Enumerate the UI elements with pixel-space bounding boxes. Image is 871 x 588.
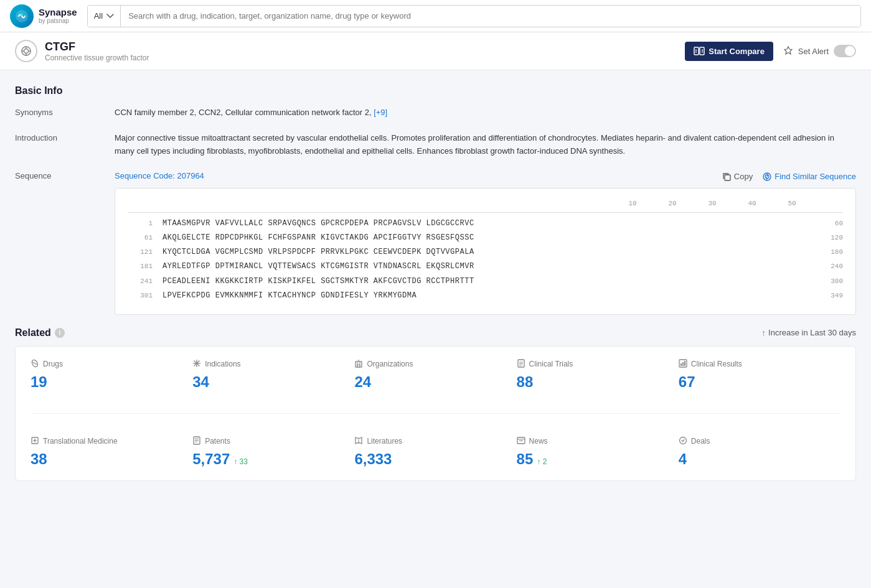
search-type-dropdown[interactable]: All: [88, 6, 121, 27]
sequence-box: 10 20 30 40 50 1 MTAASMGPVR VAFVVLLALC S…: [115, 188, 856, 315]
seq-start-num: 241: [128, 276, 153, 287]
badge-up: ↑ 33: [233, 457, 248, 466]
sequence-label: Sequence: [15, 170, 115, 315]
seq-start-num: 1: [128, 218, 153, 230]
related-header: Related i ↑ Increase in Last 30 days: [15, 327, 856, 338]
sequence-code-link[interactable]: Sequence Code: 207964: [115, 170, 204, 183]
flake-icon: [192, 359, 201, 370]
logo-area: Synapse by patsnap: [10, 4, 77, 28]
copy-icon: [722, 172, 731, 181]
related-item-count: 67: [679, 373, 695, 391]
patent-icon: [192, 436, 201, 447]
find-similar-button[interactable]: Find Similar Sequence: [763, 172, 856, 181]
related-item-header: Indications: [192, 359, 354, 370]
seq-end-num: 240: [831, 261, 843, 273]
related-item-count-area: 5,737 ↑ 33: [192, 450, 354, 468]
sequence-row-5: 301 LPVEFKCPDG EVMKKNMMFI KTCACHYNCP GDN…: [128, 290, 843, 302]
seq-data: PCEADLEENI KKGKKCIRTP KISKPIKFEL SGCTSMK…: [162, 276, 821, 287]
medicine-icon: [31, 436, 39, 447]
related-item-count-area: 38: [31, 450, 192, 468]
sequence-actions: Copy Find Similar Sequence: [722, 172, 856, 181]
related-item-label: Patents: [205, 437, 230, 446]
start-compare-button[interactable]: Start Compare: [685, 42, 773, 61]
synonyms-more-link[interactable]: [+9]: [374, 108, 387, 117]
related-item-count: 38: [31, 450, 47, 468]
related-item-literatures[interactable]: Literatures 6,333: [354, 436, 516, 468]
svg-line-16: [33, 362, 37, 365]
search-type-label: All: [94, 11, 103, 21]
seq-start-num: 121: [128, 247, 153, 258]
news-icon: [517, 436, 525, 447]
synonyms-value: CCN family member 2, CCN2, Cellular comm…: [115, 106, 856, 119]
related-card: Drugs 19 Indications 34 Organizations 24: [15, 346, 856, 481]
related-item-header: Literatures: [354, 436, 516, 447]
related-item-count-area: 24: [354, 373, 516, 391]
related-title-text: Related: [15, 327, 51, 338]
related-item-count: 24: [354, 373, 371, 391]
svg-rect-31: [680, 363, 682, 366]
related-item-deals[interactable]: Deals 4: [679, 436, 840, 468]
search-bar: All: [87, 5, 861, 27]
ruler-40: 40: [732, 198, 772, 210]
alert-icon: [783, 46, 793, 56]
related-item-header: Clinical Results: [679, 359, 840, 370]
copy-label: Copy: [734, 172, 753, 181]
sequence-content: Sequence Code: 207964 Copy: [115, 170, 856, 315]
seq-end-num: 60: [835, 218, 843, 230]
search-input[interactable]: [121, 6, 860, 27]
related-item-organizations[interactable]: Organizations 24: [354, 359, 516, 391]
find-similar-icon: [763, 172, 771, 181]
page-header: CTGF Connective tissue growth factor Sta…: [0, 32, 871, 70]
seq-start-num: 181: [128, 261, 153, 273]
alert-toggle[interactable]: [834, 45, 856, 57]
badge-up: ↑ 2: [537, 457, 547, 466]
related-item-patents[interactable]: Patents 5,737 ↑ 33: [192, 436, 354, 468]
results-icon: [679, 359, 687, 370]
related-item-label: Drugs: [43, 360, 63, 368]
increase-label-text: Increase in Last 30 days: [768, 328, 856, 337]
basic-info-title: Basic Info: [15, 85, 856, 96]
related-item-clinical-results[interactable]: Clinical Results 67: [679, 359, 840, 391]
related-item-count-area: 88: [517, 373, 679, 391]
related-item-label: Literatures: [367, 437, 402, 446]
related-item-header: Deals: [679, 436, 840, 447]
related-item-header: Drugs: [31, 359, 192, 370]
copy-button[interactable]: Copy: [722, 172, 753, 181]
seq-start-num: 301: [128, 291, 153, 302]
set-alert-area: Set Alert: [783, 45, 856, 57]
ruler-20: 20: [652, 198, 692, 210]
introduction-row: Introduction Major connective tissue mit…: [15, 132, 856, 158]
related-item-indications[interactable]: Indications 34: [192, 359, 354, 391]
related-item-clinical-trials[interactable]: Clinical Trials 88: [517, 359, 679, 391]
increase-label: ↑ Increase in Last 30 days: [761, 328, 856, 338]
set-alert-label: Set Alert: [798, 47, 829, 56]
related-item-count: 88: [517, 373, 534, 391]
related-item-news[interactable]: News 85 ↑ 2: [517, 436, 679, 468]
introduction-label: Introduction: [15, 132, 115, 158]
related-item-count-area: 85 ↑ 2: [517, 450, 679, 468]
related-info-icon[interactable]: i: [55, 328, 65, 338]
seq-data: KYQCTCLDGA VGCMPLCSMD VRLPSPDCPF PRRVKLP…: [162, 246, 821, 258]
page-title-text: CTGF Connective tissue growth factor: [45, 40, 149, 62]
related-item-label: Clinical Trials: [529, 360, 573, 368]
related-item-count: 19: [31, 373, 47, 391]
related-divider: [31, 413, 840, 414]
compare-label: Start Compare: [709, 47, 765, 56]
synonyms-text: CCN family member 2, CCN2, Cellular comm…: [115, 108, 372, 117]
related-item-header: News: [517, 436, 679, 447]
related-item-count: 4: [679, 450, 687, 468]
related-item-label: News: [529, 437, 548, 446]
related-grid: Drugs 19 Indications 34 Organizations 24: [31, 359, 840, 468]
header-actions: Start Compare Set Alert: [685, 42, 856, 61]
trial-icon: [517, 359, 525, 370]
related-item-translational-medicine[interactable]: Translational Medicine 38: [31, 436, 192, 468]
find-similar-label: Find Similar Sequence: [774, 172, 856, 181]
related-item-count-area: 67: [679, 373, 840, 391]
seq-end-num: 349: [831, 291, 843, 302]
related-item-label: Clinical Results: [691, 360, 742, 368]
seq-data: MTAASMGPVR VAFVVLLALC SRPAVGQNCS GPCRCPD…: [162, 218, 825, 230]
related-item-drugs[interactable]: Drugs 19: [31, 359, 192, 391]
compare-icon: [694, 47, 705, 55]
logo-icon: [10, 4, 34, 28]
toggle-knob: [845, 46, 855, 56]
